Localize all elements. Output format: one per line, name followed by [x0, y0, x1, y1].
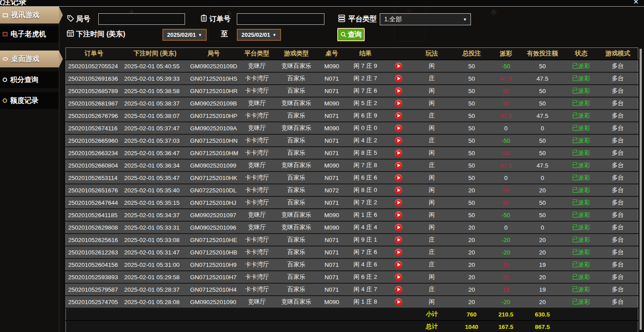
- quota-records-icon: [3, 98, 7, 103]
- valid-cell: 50: [521, 147, 565, 159]
- subtotal-row-label: 小计: [412, 308, 452, 320]
- total-cell: 20: [452, 258, 492, 271]
- play-result-icon[interactable]: [395, 125, 402, 132]
- time-cell: 2025-02-01 05:38:07: [122, 109, 188, 122]
- sidebar-item-points-query[interactable]: 积分查询: [0, 71, 59, 88]
- play-result-icon[interactable]: [395, 199, 402, 207]
- result-video-cell: [386, 184, 412, 196]
- time-cell: 2025-02-01 05:33:08: [122, 234, 188, 246]
- result-video-cell: [386, 283, 412, 296]
- sidebar-item-quota-records[interactable]: 额度记录: [0, 92, 59, 109]
- platform-cell: 卡卡湾厅: [239, 234, 275, 246]
- summary-cell: 630.5: [521, 308, 565, 320]
- round-cell: GN071252010H4: [188, 283, 239, 296]
- date-from-picker[interactable]: 2025/02/01 ▼: [162, 29, 207, 41]
- column-header: [386, 48, 412, 60]
- result-video-cell: [386, 172, 412, 184]
- slot-machine-icon: [3, 32, 8, 36]
- close-icon[interactable]: ✕: [633, 0, 639, 6]
- platform-cell: 竞咪厅: [239, 159, 275, 172]
- payout-cell: 50: [492, 196, 521, 209]
- bet-cell: 庄: [412, 246, 452, 258]
- table-row: 2502010525747052025-02-01 05:28:08GM0902…: [66, 296, 638, 308]
- date-to-picker[interactable]: 2025/02/01 ▼: [237, 29, 281, 41]
- table-cell: N071: [318, 234, 346, 246]
- payout-cell: 0: [492, 122, 521, 134]
- play-result-icon[interactable]: [395, 249, 402, 256]
- time-cell: 2025-02-01 05:31:47: [122, 246, 188, 258]
- vertical-scrollbar[interactable]: [640, 49, 642, 330]
- payout-cell: 0: [492, 172, 521, 184]
- game-cell: 百家乐: [275, 172, 318, 184]
- valid-cell: 50: [521, 209, 565, 221]
- play-result-icon[interactable]: [395, 137, 402, 145]
- round-cell: GM09025201099: [188, 159, 239, 172]
- play-result-icon[interactable]: [395, 162, 402, 169]
- summary-cell: [598, 320, 638, 332]
- platform-cell: 卡卡湾厅: [239, 72, 275, 85]
- play-result-icon[interactable]: [395, 174, 402, 182]
- mode-cell: 多台: [598, 147, 638, 159]
- play-result-icon[interactable]: [395, 87, 402, 95]
- bet-cell: 庄: [412, 258, 452, 271]
- bet-cell: 闲: [412, 172, 452, 184]
- result-cell: 闲 4 庄 2: [346, 134, 386, 147]
- total-cell: 50: [452, 159, 492, 172]
- mode-cell: 多台: [598, 283, 638, 296]
- play-result-icon[interactable]: [395, 112, 402, 120]
- payout-cell: -50: [492, 60, 521, 72]
- total-cell: 50: [452, 72, 492, 85]
- mode-cell: 多台: [598, 246, 638, 258]
- total-cell: 20: [452, 296, 492, 308]
- order-cell: 250201052629808: [66, 221, 122, 234]
- round-number-input[interactable]: [98, 13, 185, 25]
- game-cell: 百家乐: [275, 85, 318, 97]
- search-button[interactable]: 查询: [337, 28, 365, 41]
- game-cell: 竞咪百家乐: [275, 159, 318, 172]
- result-cell: 闲 4 庄 4: [346, 221, 386, 234]
- play-result-icon[interactable]: [395, 236, 402, 244]
- round-cell: GN071252010HJ: [188, 196, 239, 209]
- calendar-icon: [66, 29, 74, 39]
- order-cell: 250201052647644: [66, 196, 122, 209]
- sidebar-item-table-games[interactable]: 桌面游戏: [0, 51, 59, 67]
- total-cell: 20: [452, 221, 492, 234]
- play-result-icon[interactable]: [395, 273, 402, 281]
- play-result-icon[interactable]: [395, 75, 402, 82]
- sidebar-item-label: 视讯游戏: [11, 11, 39, 20]
- table-cell: M090: [318, 221, 346, 234]
- order-cell: 250201052685789: [66, 85, 122, 97]
- result-cell: 闲 9 庄 1: [346, 234, 386, 246]
- play-result-icon[interactable]: [395, 224, 402, 231]
- sidebar-item-label: 额度记录: [10, 96, 39, 105]
- mode-cell: 多台: [598, 271, 638, 283]
- platform-type-select[interactable]: 1.全部 ▼: [380, 13, 471, 25]
- platform-cell: 竞咪厅: [239, 296, 275, 308]
- platform-cell: 卡卡湾厅: [239, 172, 275, 184]
- payout-cell: 47.5: [492, 159, 521, 172]
- play-result-icon[interactable]: [395, 100, 402, 107]
- status-badge: 已派彩: [565, 221, 598, 234]
- play-result-icon[interactable]: [395, 149, 402, 157]
- betting-records-window: ♦ ♠ ♥ ♣ 投注记录 ✕ 视讯游戏 电子老虎机 桌面游戏 积分查询 额度记录: [0, 0, 644, 332]
- game-cell: 竞咪百家乐: [275, 60, 318, 72]
- order-number-input[interactable]: [237, 13, 324, 25]
- sidebar-item-slot-machines[interactable]: 电子老虎机: [0, 26, 59, 43]
- result-video-cell: [386, 109, 412, 122]
- bet-cell: 庄: [412, 283, 452, 296]
- mode-cell: 多台: [598, 234, 638, 246]
- play-result-icon[interactable]: [395, 211, 402, 219]
- play-result-icon[interactable]: [395, 187, 402, 194]
- bet-cell: 闲: [412, 122, 452, 134]
- table-cell: M090: [318, 97, 346, 109]
- play-result-icon[interactable]: [395, 62, 402, 70]
- bet-cell: 闲: [412, 221, 452, 234]
- play-result-icon[interactable]: [395, 298, 402, 306]
- order-cell: 250201052660804: [66, 159, 122, 172]
- play-result-icon[interactable]: [395, 261, 402, 269]
- play-result-icon[interactable]: [395, 286, 402, 293]
- valid-cell: 20: [521, 296, 565, 308]
- game-cell: 竞咪百家乐: [275, 122, 318, 134]
- result-cell: 闲 7 庄 9: [346, 60, 386, 72]
- sidebar-item-video-games[interactable]: 视讯游戏: [0, 7, 59, 23]
